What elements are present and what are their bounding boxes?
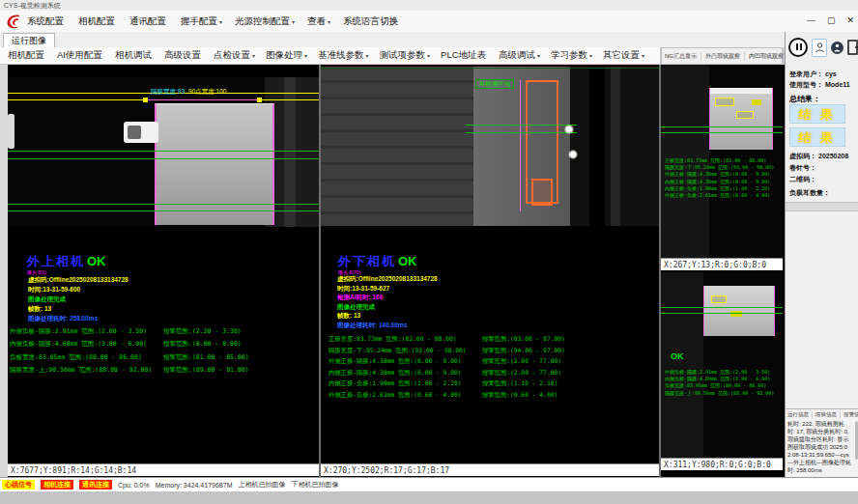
- minimize-button[interactable]: —: [807, 13, 815, 28]
- menu-bar: 系统配置 相机配置 通讯配置 握手配置 ▾: [0, 11, 858, 33]
- toolbar-button[interactable]: 相机调试: [115, 49, 154, 62]
- menu-item-label: 相机配置: [78, 15, 115, 28]
- pause-button[interactable]: [788, 38, 808, 57]
- needle-no-field: 卷针号：: [789, 163, 818, 173]
- toolbar-button-label: 相机调试: [115, 49, 152, 62]
- bottom-margin: [0, 491, 858, 504]
- lower-camera-status: 下相机已拍图像: [291, 480, 338, 490]
- thumb-view-tab[interactable]: 外凸瑕疵观察: [705, 52, 745, 61]
- elapsed-line: 图像处理耗时: 140.00ms: [337, 322, 407, 330]
- chevron-down-icon: ▾: [219, 18, 222, 25]
- exit-button[interactable]: [847, 40, 858, 55]
- toolbar-button[interactable]: 高级设置: [164, 49, 203, 62]
- toolbar-button[interactable]: 学习参数 ▾: [551, 49, 592, 62]
- exposure-label: 曝光:8(1): [27, 269, 46, 275]
- camera-image-lower[interactable]: AI检测区域: [321, 67, 659, 226]
- pixel-coordinate-bar: X:7677;Y:891;R:14;G:14;B:14: [8, 463, 319, 476]
- menu-item[interactable]: 系统语言切换: [343, 15, 400, 28]
- exit-door-icon: [847, 40, 858, 55]
- alarm-range-text: 报警范围:(2.00 - 77.00): [482, 357, 561, 366]
- toolbar-button-label: 相机配置: [8, 49, 44, 62]
- measurement-row: 内侧正极-负极:1.90mm 范围:(1.00 - 2.20) 报警范围:(1.…: [329, 379, 657, 391]
- thumb-measurement-row: 外侧正极-隔膜:4.38mm 范围:(0.00 - 9.00): [665, 171, 774, 178]
- result-chip: 结 果: [789, 127, 845, 147]
- toolbar-button[interactable]: 其它设置 ▾: [603, 49, 644, 62]
- menu-item-label: 握手配置: [181, 15, 217, 28]
- toolbar-button[interactable]: 相机配置: [8, 49, 46, 62]
- window-title: CYS-视觉检测系统: [4, 1, 61, 11]
- toolbar-button[interactable]: 图像处理 ▾: [266, 49, 307, 62]
- thumb-bottom-panel: OK 外侧负极-隔膜:2.91mm 范围:(2.00 - 3.50)内侧负极-隔…: [661, 272, 783, 470]
- overlay-marker: [711, 295, 727, 303]
- toolbar-button[interactable]: 基准线参数 ▾: [318, 49, 369, 62]
- chevron-down-icon: ▾: [537, 52, 540, 59]
- menu-item[interactable]: 查看 ▾: [307, 15, 330, 28]
- thumb-bottom-image[interactable]: OK 外侧负极-隔膜:2.91mm 范围:(2.00 - 3.50)内侧负极-隔…: [661, 272, 783, 458]
- chevron-down-icon: ▾: [589, 52, 592, 59]
- window-controls: — ▢ ✕: [807, 13, 854, 28]
- toolbar-button[interactable]: PLC地址表: [441, 49, 488, 62]
- machine-background: [321, 67, 473, 226]
- measure-line-green: [8, 151, 319, 152]
- toolbar-button[interactable]: 测试项参数 ▾: [380, 49, 431, 62]
- toolbar-button[interactable]: 点检设置 ▾: [214, 49, 255, 62]
- sidebar: 登录用户：cys 使用型号：Mode11 总结果： 结 果 结 果 虚拟码：20…: [785, 32, 858, 477]
- menu-item[interactable]: 通讯配置: [129, 15, 168, 28]
- thumb-measurement-row: 内侧正极-隔膜:4.38mm 范围:(0.00 - 9.00): [665, 179, 774, 185]
- pixel-coordinate-bar: X:270;Y:2502;R:17;G:17;B:17: [321, 463, 659, 476]
- overlay-marker: [752, 99, 761, 105]
- user-dark-button[interactable]: [831, 42, 844, 54]
- alarm-range-text: 报警范围:(83.00 - 87.00): [482, 335, 565, 344]
- measurement-text: 内侧负极-隔膜:4.60mm 范围:(3.00 - 6.00): [10, 340, 147, 348]
- toolbar: 相机配置 AI使用配置 相机调试 高级设置 点检设置 ▾: [0, 47, 660, 65]
- elapsed-line: 图像处理耗时: 258.00ms: [28, 315, 98, 323]
- thumb-top-image[interactable]: 正极宽度:83.73mm 范围:(82.00 - 88.00)隔膜宽度-下:95…: [661, 65, 783, 258]
- measurement-row: 外侧负极-隔膜:2.91mm 范围:(2.00 - 3.50) 报警范围:(2.…: [10, 327, 317, 340]
- menu-item-label: 通讯配置: [129, 15, 166, 28]
- close-button[interactable]: ✕: [846, 13, 854, 28]
- ai-region-label: AI检测区域: [475, 79, 514, 89]
- camera-image-upper[interactable]: 隔膜宽度:9390点宽度:100: [8, 77, 319, 227]
- measurement-row: 外侧正极-隔膜:4.38mm 范围:(0.00 - 9.00) 报警范围:(2.…: [329, 357, 657, 369]
- toolbar-button[interactable]: AI使用配置: [57, 49, 104, 62]
- toolbar-button-label: 高级调试: [499, 49, 535, 62]
- info-tab[interactable]: 瑕疵信息: [815, 411, 841, 418]
- camera-title: 外下相机OK: [338, 253, 417, 270]
- thumb-measurement-row: 正极宽度:83.73mm 范围:(82.00 - 88.00): [665, 157, 774, 164]
- result-ok-text: OK: [87, 254, 106, 268]
- measure-line-green: [8, 210, 319, 211]
- measure-line-green: [661, 132, 783, 133]
- chevron-down-icon: ▾: [328, 18, 330, 25]
- thumb-view-tab[interactable]: 内凹瑕疵观察: [749, 52, 788, 61]
- model-field: 使用型号：Mode11: [789, 80, 850, 90]
- measurement-rows: 外侧负极-隔膜:2.91mm 范围:(2.00 - 3.50) 报警范围:(2.…: [10, 327, 317, 379]
- memory-usage: Memory: 3424.4179687M: [156, 482, 233, 489]
- menu-item[interactable]: 相机配置: [78, 15, 117, 28]
- defect-box: [531, 179, 553, 206]
- maximize-button[interactable]: ▢: [827, 13, 836, 28]
- login-user-field: 登录用户：cys: [789, 70, 837, 79]
- info-tab[interactable]: 报警信息: [844, 411, 858, 418]
- menu-item[interactable]: 光源控制配置 ▾: [235, 15, 295, 28]
- chevron-down-icon: ▾: [427, 52, 430, 59]
- tab-run-image[interactable]: 运行图像: [3, 33, 55, 48]
- thumb-view-tab[interactable]: NG汇总显示: [665, 52, 701, 61]
- user-button[interactable]: [812, 39, 827, 57]
- menu-item[interactable]: 系统配置: [27, 15, 66, 28]
- info-log-text: 耗时: 222, 瑕疵检测耗时: 17, 瑕疵分类耗时: 0, 瑕疵提取分区耗时…: [787, 420, 851, 474]
- measure-line-green: [8, 158, 319, 159]
- center-camera-panel: AI检测区域 外下相机OK 曝光:8(70) 虚拟码:Offline202502…: [321, 65, 659, 476]
- upper-camera-status: 上相机已拍图像: [238, 480, 285, 490]
- app-window: CYS-视觉检测系统 系统配置 相机配置 通讯配置: [0, 0, 858, 504]
- heartbeat-status-badge: 心跳信号: [2, 480, 35, 490]
- toolbar-button[interactable]: 高级调试 ▾: [499, 49, 540, 62]
- info-tab[interactable]: 运行信息: [787, 411, 813, 418]
- virtual-code-line: 虚拟码:Offline20250208133134728: [337, 275, 438, 284]
- menu-item[interactable]: 握手配置 ▾: [181, 15, 222, 28]
- alarm-range-text: 报警范围:(89.00 - 91.00): [163, 366, 249, 375]
- pixel-coordinate-bar: X:311;Y:980;R:0;G:0;B:0: [661, 458, 783, 470]
- tab-bar: 运行图像: [0, 32, 858, 48]
- result-ok-text: OK: [671, 351, 684, 361]
- toolbar-button-label: 学习参数: [551, 49, 587, 62]
- measure-line-green: [661, 126, 783, 127]
